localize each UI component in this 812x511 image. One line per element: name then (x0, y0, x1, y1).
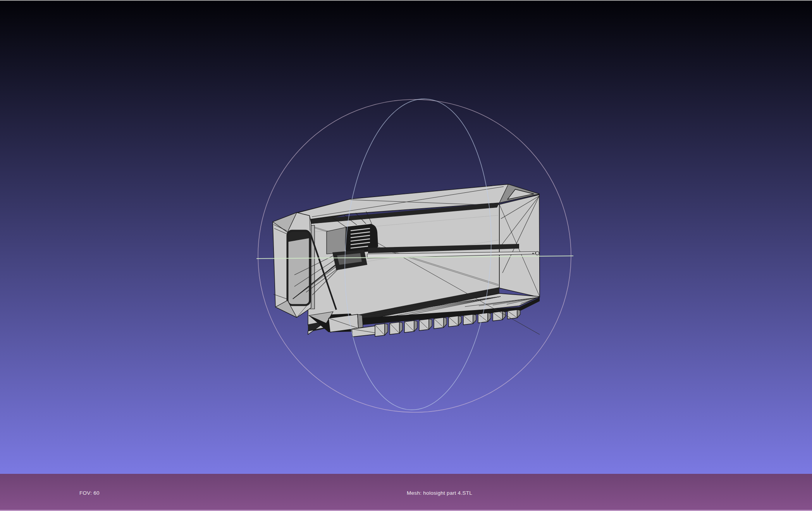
meshlab-window: FOV: 60 FPS: 87.0 BO_RENDERING Mesh: hol… (0, 0, 812, 511)
mesh-name-readout: Mesh: holosight part 4.STL (407, 490, 472, 496)
status-bar: FOV: 60 FPS: 87.0 BO_RENDERING Mesh: hol… (0, 474, 812, 511)
mesh-info: Mesh: holosight part 4.STL Vertices: 29,… (407, 477, 472, 511)
fov-readout: FOV: 60 (79, 490, 123, 496)
mesh-canvas (0, 0, 812, 474)
render-info: FOV: 60 FPS: 87.0 BO_RENDERING (79, 477, 123, 511)
mesh-model (273, 184, 540, 337)
3d-viewport[interactable] (0, 0, 812, 474)
vertices-readout: Vertices: 29,428 (407, 509, 472, 511)
fps-readout: FPS: 87.0 (79, 509, 123, 511)
